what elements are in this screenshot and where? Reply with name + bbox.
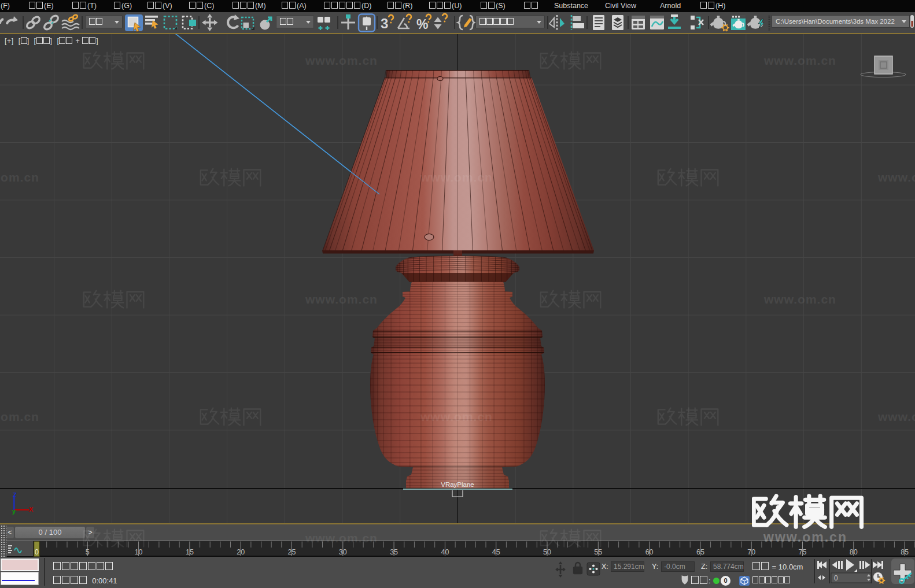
svg-text:%: % (416, 17, 428, 32)
svg-text:65: 65 (696, 548, 704, 556)
svg-text:Z: Z (13, 491, 17, 498)
svg-text:30: 30 (339, 548, 347, 556)
svg-text:35: 35 (390, 548, 398, 556)
svg-text:X: X (29, 506, 34, 513)
svg-text:70: 70 (747, 548, 755, 556)
svg-text:15: 15 (186, 548, 194, 556)
svg-text:VRayPlane: VRayPlane (441, 481, 474, 488)
svg-text:45: 45 (492, 548, 500, 556)
svg-text:20: 20 (237, 548, 245, 556)
svg-text:60: 60 (645, 548, 654, 556)
svg-text:40: 40 (441, 548, 449, 556)
svg-text:85: 85 (901, 548, 909, 556)
svg-text:80: 80 (850, 548, 858, 556)
svg-text:75: 75 (799, 548, 807, 556)
svg-text:3: 3 (381, 16, 388, 31)
svg-text:55: 55 (594, 548, 602, 556)
svg-text:y: y (12, 508, 16, 515)
svg-text:25: 25 (288, 548, 296, 556)
svg-text:5: 5 (86, 548, 90, 556)
svg-text:50: 50 (543, 548, 551, 556)
svg-text:10: 10 (135, 548, 143, 556)
svg-text:0: 0 (35, 548, 39, 556)
svg-text:0: 0 (834, 574, 838, 582)
